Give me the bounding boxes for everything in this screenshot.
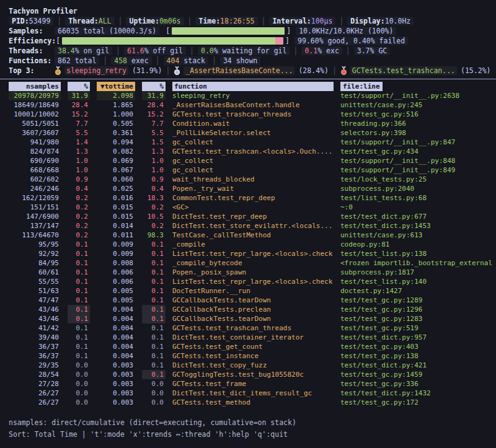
cell-function: wait_threads_blocked: [172, 175, 334, 184]
top3-function-name: GCTests.test_trashcan...: [350, 66, 457, 75]
cell-nsamples: 113/64670: [9, 231, 61, 240]
table-row[interactable]: 20978/2097931.92.09831.9sleeping_retryte…: [0, 91, 496, 100]
cell-function: GCCallbackTests.tearDown: [172, 296, 334, 305]
cell-tottime: 0.014: [97, 221, 135, 231]
table-row[interactable]: 36/370.10.0040.1GCTests.test_instancetes…: [0, 351, 496, 361]
function-stat-text: shown: [232, 56, 258, 65]
table-row[interactable]: 668/6681.00.0671.0gc_collecttest/support…: [0, 165, 496, 175]
table-row[interactable]: 3607/36075.50.3615.5_PollLikeSelector.se…: [0, 128, 496, 138]
table-row[interactable]: 55/550.10.0060.1ListTest.test_repr_large…: [0, 277, 496, 286]
separator-bar: │: [212, 56, 216, 65]
cell-function: ListTest.test_repr_large.<locals>.check: [172, 249, 334, 258]
table-row[interactable]: 47/470.10.0050.1GCCallbackTests.tearDown…: [0, 296, 496, 305]
cell-cumulative-pct: 0.1: [142, 323, 166, 333]
table-row[interactable]: 60/610.10.0060.1Popen._posix_spawnsubpro…: [0, 268, 496, 277]
table-row[interactable]: 162/120590.20.01618.3CommonTest.test_rep…: [0, 193, 496, 203]
cell-function: _AssertRaisesBaseContext.handle: [172, 100, 334, 110]
status-fields: PID: 53499│Thread: ALL│Uptime: 0m06s│Tim…: [9, 17, 414, 25]
cell-direct-pct: 0.1: [68, 314, 90, 323]
thread-stat-value: 38.4: [58, 46, 75, 55]
cell-nsamples: 690/690: [9, 156, 61, 165]
thread-stat-value: 61.6: [127, 46, 144, 55]
table-row[interactable]: 28/540.00.0030.1GCTogglingTests.test_bug…: [0, 370, 496, 379]
table-row[interactable]: 26/270.00.0030.0GCTests.test_methodtest/…: [0, 398, 496, 407]
samples-rate-bar-fill: [172, 27, 285, 35]
separator-bar: │: [339, 17, 343, 25]
cell-fileline: test/test_gc.py:434: [340, 147, 494, 156]
table-row[interactable]: 95/950.10.0090.1_compilecodeop.py:81: [0, 240, 496, 249]
function-stat-value: 404: [167, 56, 180, 65]
cell-fileline: test/support/__init__.py:849: [340, 165, 494, 175]
cell-function: _compile: [172, 240, 334, 249]
top3-percent: (28.4%): [298, 66, 328, 75]
column-header-fileline[interactable]: file:line: [340, 82, 494, 91]
table-row[interactable]: 36/370.10.0040.1GCTests.test_get_countte…: [0, 342, 496, 351]
cell-nsamples: 51/63: [9, 286, 61, 296]
table-row[interactable]: 10001/1000215.21.00015.2GCTests.test_tra…: [0, 110, 496, 119]
table-row[interactable]: 43/460.10.0040.1GCCallbackTests.preclean…: [0, 305, 496, 314]
table-row[interactable]: 147/69000.20.01510.5DictTest.test_repr_d…: [0, 212, 496, 221]
cell-nsamples: 43/46: [9, 305, 61, 314]
cell-fileline: test/test_list.py:138: [340, 249, 494, 258]
status-field: Interval: 100μs: [269, 17, 335, 25]
column-header-pct-cumulative[interactable]: %: [142, 82, 166, 91]
cell-function: GCTogglingTests.test_bug1055820c: [172, 370, 334, 379]
cell-cumulative-pct: 7.7: [142, 119, 166, 128]
cell-fileline: selectors.py:398: [340, 128, 494, 138]
table-row[interactable]: 602/6020.90.0600.9wait_threads_blockedte…: [0, 175, 496, 184]
table-row[interactable]: 43/460.10.0040.1GCCallbackTests.tearDown…: [0, 314, 496, 323]
cell-tottime: 0.004: [97, 323, 135, 333]
cell-cumulative-pct: 0.4: [142, 184, 166, 193]
column-header-nsamples[interactable]: nsamples: [9, 82, 61, 91]
cell-nsamples: 92/92: [9, 249, 61, 258]
table-row[interactable]: 84/950.10.0080.1_compile_bytecode<frozen…: [0, 258, 496, 268]
cell-cumulative-pct: 0.1: [142, 286, 166, 296]
column-header-function[interactable]: function: [172, 82, 334, 91]
table-row[interactable]: 137/1470.20.0140.2DictTest.test_store_ev…: [0, 221, 496, 231]
table-row[interactable]: 113/646700.20.01198.3TestCase._callTestM…: [0, 231, 496, 240]
table-row[interactable]: 18649/1864928.41.86528.4_AssertRaisesBas…: [0, 100, 496, 110]
cell-tottime: 0.003: [97, 370, 135, 379]
table-header-row: nsamples%▼tottime%functionfile:line: [0, 82, 496, 91]
column-header-label: file:line: [340, 82, 383, 91]
function-stat-text: stack: [179, 56, 205, 65]
cell-direct-pct: 0.2: [68, 193, 90, 203]
cell-fileline: subprocess.py:1817: [340, 268, 494, 277]
table-row[interactable]: 941/9801.40.0941.5gc_collecttest/support…: [0, 138, 496, 147]
separator-bar: │: [116, 46, 120, 55]
status-field: Display: 10.0Hz: [347, 17, 414, 25]
efficiency-bar-fail-fill: [275, 37, 284, 45]
silver-medal-icon: [174, 66, 180, 76]
table-row[interactable]: 29/350.00.0030.1DictTest.test_copy_fuzzt…: [0, 361, 496, 370]
table-row[interactable]: 690/6901.00.0691.0gc_collecttest/support…: [0, 156, 496, 165]
table-row[interactable]: 92/920.10.0090.1ListTest.test_repr_large…: [0, 249, 496, 258]
cell-nsamples: 602/602: [9, 175, 61, 184]
profiler-table: nsamples%▼tottime%functionfile:line 2097…: [0, 82, 496, 407]
top3-function-name: sleeping_retry: [64, 66, 128, 75]
column-header-pct-direct[interactable]: %: [68, 82, 90, 91]
table-row[interactable]: 41/420.10.0040.1GCTests.test_trashcan_th…: [0, 323, 496, 333]
table-row[interactable]: 5051/50517.70.5057.7Condition.waitthread…: [0, 119, 496, 128]
thread-stat-text: % exc: [317, 46, 339, 55]
cell-fileline: test/support/__init__.py:847: [340, 138, 494, 147]
cell-cumulative-pct: 0.0: [142, 379, 166, 389]
cell-cumulative-pct: 0.1: [142, 258, 166, 268]
threads-segments: 38.4% on gil│61.6% off gil│0.0% waiting …: [55, 46, 390, 55]
table-row[interactable]: 39/400.10.0040.1DictTest.test_container_…: [0, 333, 496, 342]
table-row[interactable]: 51/630.10.0050.1DocTestRunner.__rundocte…: [0, 286, 496, 296]
table-row[interactable]: 27/280.00.0030.0GCTests.test_frametest/t…: [0, 379, 496, 389]
cell-nsamples: 151/151: [9, 203, 61, 212]
column-header-tottime[interactable]: ▼tottime: [97, 82, 135, 91]
table-row[interactable]: 824/8741.30.0821.3GCTests.test_trashcan.…: [0, 147, 496, 156]
cell-direct-pct: 0.0: [68, 379, 90, 389]
efficiency-bar: [62, 37, 283, 45]
gold-medal-icon: [55, 66, 61, 76]
cell-direct-pct: 0.0: [68, 370, 90, 379]
table-row[interactable]: 26/270.00.0030.0DictTest.test_dict_items…: [0, 389, 496, 398]
cell-cumulative-pct: 0.1: [142, 277, 166, 286]
top3-percent: (15.2%): [461, 66, 490, 75]
cell-tottime: 2.098: [97, 91, 135, 100]
cell-cumulative-pct: 1.0: [142, 165, 166, 175]
table-row[interactable]: 246/2460.40.0250.4Popen._try_waitsubproc…: [0, 184, 496, 193]
table-row[interactable]: 151/1510.20.0150.2<GC>~:0: [0, 203, 496, 212]
